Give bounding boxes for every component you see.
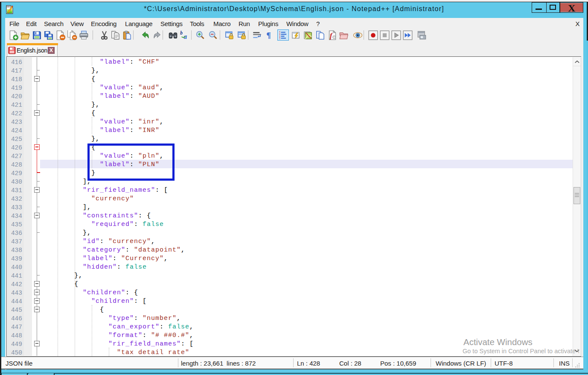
svg-text:b: b [180, 30, 183, 35]
svg-text:¶: ¶ [266, 31, 271, 40]
